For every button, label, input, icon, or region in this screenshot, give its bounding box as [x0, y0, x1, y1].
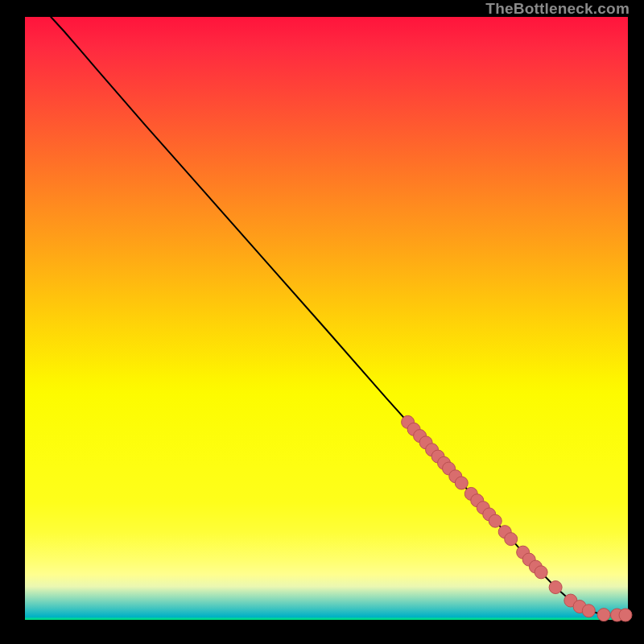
data-marker	[597, 609, 610, 621]
data-marker	[455, 477, 468, 489]
chart-frame: TheBottleneck.com	[0, 0, 644, 644]
data-marker	[535, 566, 547, 579]
data-marker	[619, 609, 632, 621]
data-marker	[549, 581, 562, 594]
data-marker	[505, 533, 518, 546]
marker-group	[402, 415, 632, 621]
chart-svg	[25, 17, 628, 620]
curve-line	[51, 17, 625, 615]
data-marker	[489, 514, 502, 527]
watermark-text: TheBottleneck.com	[485, 0, 630, 18]
data-marker	[582, 605, 595, 617]
